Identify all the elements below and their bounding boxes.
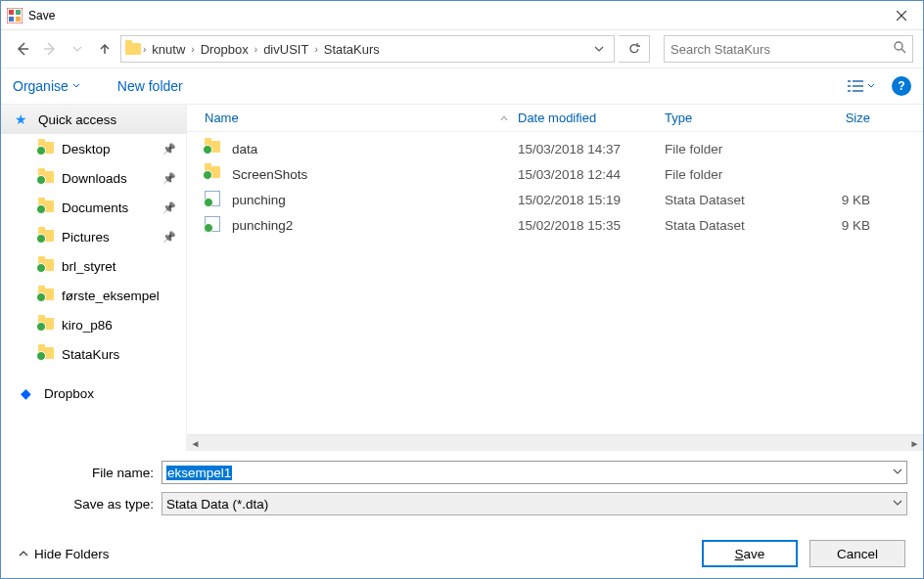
folder-icon [38,170,54,186]
svg-rect-15 [848,90,851,92]
sidebar-item[interactable]: brl_styret [1,251,186,281]
folder-icon [38,200,54,215]
sidebar-item-label: brl_styret [62,259,116,274]
pin-icon: 📌 [162,172,176,185]
svg-rect-16 [853,90,863,92]
help-button[interactable]: ? [892,76,911,96]
file-row[interactable]: punching215/02/2018 15:35Stata Dataset9 … [187,212,923,238]
file-row[interactable]: data15/03/2018 14:37File folder [187,136,923,161]
file-list: Name Date modified Type Size data15/03/2… [187,105,923,451]
chevron-down-icon [867,82,875,90]
sidebar-item[interactable]: Pictures📌 [1,222,186,251]
search-box[interactable] [664,35,913,63]
file-row[interactable]: ScreenShots15/03/2018 12:44File folder [187,161,923,187]
chevron-down-icon[interactable] [893,467,902,478]
scroll-left-icon[interactable]: ◄ [187,435,204,452]
search-input[interactable] [670,42,893,57]
address-bar[interactable]: › knutw › Dropbox › divUSIT › StataKurs [120,35,615,63]
view-options-button[interactable] [843,76,880,96]
hide-folders-button[interactable]: Hide Folders [19,547,110,561]
scroll-right-icon[interactable]: ► [906,435,923,452]
main-area: ★ Quick access Desktop📌Downloads📌Documen… [1,105,923,451]
breadcrumb[interactable]: Dropbox [197,42,253,57]
address-dropdown[interactable] [588,40,610,58]
sidebar-item[interactable]: StataKurs [1,339,186,369]
folder-icon [205,165,222,183]
star-icon: ★ [15,111,30,127]
pin-icon: 📌 [162,231,176,244]
chevron-right-icon[interactable]: › [191,44,194,55]
up-button[interactable] [93,37,116,61]
filename-label: File name: [17,466,154,480]
folder-icon [38,258,54,274]
sidebar-item-label: kiro_p86 [62,318,113,333]
folder-icon [38,141,54,156]
bottom-bar: Hide Folders Save Cancel [1,529,923,578]
chevron-right-icon[interactable]: › [254,44,257,55]
sidebar-item-label: StataKurs [62,347,119,362]
breadcrumb[interactable]: StataKurs [320,42,384,57]
saveas-select[interactable]: Stata Data (*.dta) [162,492,907,515]
column-size[interactable]: Size [802,111,880,125]
back-button[interactable] [11,37,34,61]
sidebar-item[interactable]: Downloads📌 [1,163,186,193]
save-dialog: Save › knutw › Dropbox › divUSIT › Stata… [0,0,924,579]
sidebar-dropbox[interactable]: ◆ Dropbox [1,379,186,408]
filename-input[interactable]: eksempel1 [162,461,907,484]
stata-file-icon [205,191,222,208]
organise-menu[interactable]: Organise [13,78,80,94]
sidebar-item[interactable]: Desktop📌 [1,134,186,163]
svg-rect-1 [9,10,14,15]
horizontal-scrollbar[interactable]: ◄ ► [187,434,923,451]
svg-rect-12 [853,80,863,82]
search-icon[interactable] [893,40,906,58]
chevron-right-icon[interactable]: › [314,44,317,55]
breadcrumb[interactable]: divUSIT [259,42,312,57]
close-button[interactable] [879,1,923,30]
location-folder-icon [125,40,141,58]
sidebar-item-label: Pictures [62,230,110,245]
breadcrumb[interactable]: knutw [148,42,189,57]
nav-row: › knutw › Dropbox › divUSIT › StataKurs [1,30,923,67]
toolbar: Organise New folder ? [1,67,923,105]
chevron-right-icon[interactable]: › [143,44,146,55]
sort-asc-icon [500,114,508,122]
recent-dropdown[interactable] [66,37,89,61]
folder-icon [205,140,222,157]
sidebar-item[interactable]: kiro_p86 [1,310,186,339]
sidebar-item[interactable]: Documents📌 [1,193,186,222]
window-title: Save [28,9,55,22]
sidebar-item[interactable]: første_eksempel [1,281,186,310]
chevron-up-icon [19,549,28,558]
pin-icon: 📌 [162,143,176,156]
svg-rect-14 [853,85,863,87]
column-date[interactable]: Date modified [518,111,665,125]
sidebar: ★ Quick access Desktop📌Downloads📌Documen… [1,105,187,451]
svg-rect-4 [16,17,21,22]
sidebar-item-label: Documents [62,200,128,215]
folder-icon [38,229,54,245]
column-type[interactable]: Type [665,111,802,125]
file-rows[interactable]: data15/03/2018 14:37File folderScreenSho… [187,132,923,434]
svg-rect-13 [848,85,851,87]
chevron-down-icon [72,82,80,90]
sidebar-quick-access[interactable]: ★ Quick access [1,105,186,134]
chevron-down-icon[interactable] [893,498,902,510]
form-area: File name: eksempel1 Save as type: Stata… [1,451,923,529]
svg-line-10 [901,49,905,53]
svg-rect-3 [9,17,14,22]
sidebar-item-label: Downloads [62,171,127,186]
cancel-button[interactable]: Cancel [809,540,905,567]
svg-rect-2 [16,10,21,15]
file-row[interactable]: punching15/02/2018 15:19Stata Dataset9 K… [187,187,923,212]
saveas-label: Save as type: [17,497,154,512]
sidebar-item-label: første_eksempel [62,289,160,303]
save-button[interactable]: Save [702,540,798,567]
app-icon [7,8,23,23]
column-name[interactable]: Name [205,111,518,125]
refresh-button[interactable] [619,35,650,63]
forward-button[interactable] [38,37,62,61]
sidebar-item-label: Desktop [62,142,111,156]
stata-file-icon [205,216,222,234]
new-folder-button[interactable]: New folder [117,78,183,94]
